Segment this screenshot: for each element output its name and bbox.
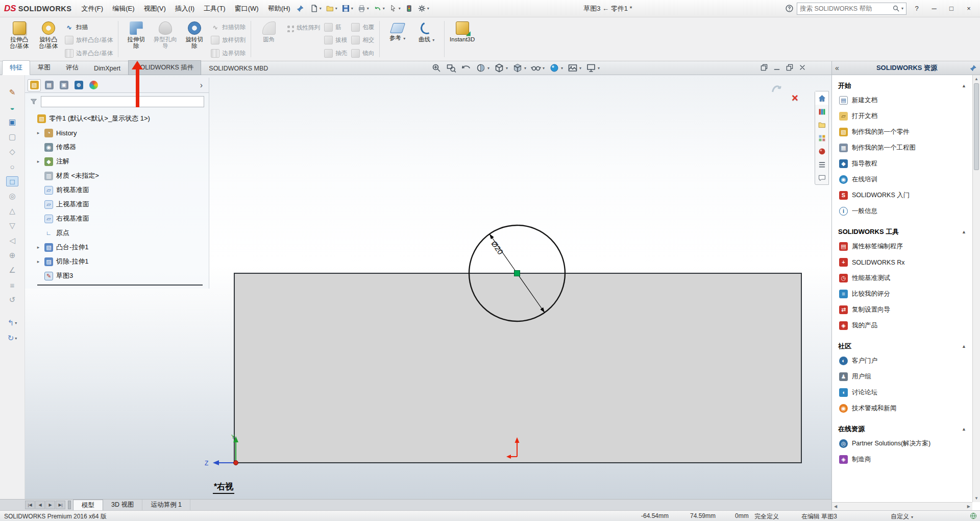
dropdown-caret-icon[interactable]: ▾ <box>335 6 337 11</box>
ribbon-tab-5[interactable]: SOLIDWORKS MBD <box>201 62 276 75</box>
configurationmanager-tab[interactable]: ▣ <box>57 79 70 91</box>
tree-item[interactable]: ▥材质 <未指定> <box>28 169 209 183</box>
custom-properties-tab[interactable] <box>815 158 828 171</box>
property-tab-builder-item[interactable]: ▤属性标签编制程序 <box>837 239 967 254</box>
dropdown-caret-icon[interactable]: ▾ <box>15 336 17 341</box>
dropdown-caret-icon[interactable]: ▾ <box>598 66 600 70</box>
zoom-area-button[interactable] <box>445 62 457 74</box>
section-view-button[interactable]: ▾ <box>475 62 491 74</box>
performance-benchmark-item[interactable]: ◷性能基准测试 <box>837 270 967 286</box>
dropdown-caret-icon[interactable]: ▾ <box>506 66 508 70</box>
left-tool-3[interactable]: ▣ <box>6 117 18 127</box>
minimize-document-button[interactable] <box>773 63 781 73</box>
tech-alerts-news-item[interactable]: ◉技术警戒和新闻 <box>837 400 967 416</box>
ribbon-tab-1[interactable]: 草图 <box>30 60 58 75</box>
left-tool-11[interactable]: ◁ <box>6 235 18 246</box>
solidworks-resources-tab[interactable] <box>815 91 828 105</box>
collapse-section-icon[interactable]: ▲ <box>962 427 966 432</box>
tree-item[interactable]: ▸◆注解 <box>28 154 209 169</box>
menu-item-3[interactable]: 插入(I) <box>170 2 199 15</box>
maximize-button[interactable]: □ <box>944 5 959 12</box>
collapse-panel-icon[interactable]: « <box>835 64 844 72</box>
expand-panel-icon[interactable]: › <box>197 81 206 90</box>
solidworks-intro-item[interactable]: SSOLIDWORKS 入门 <box>837 187 967 203</box>
partner-solutions-item[interactable]: ◎Partner Solutions(解决方案) <box>837 436 967 452</box>
dropdown-caret-icon[interactable]: ▾ <box>351 6 353 11</box>
collapse-section-icon[interactable]: ▲ <box>962 344 966 349</box>
extruded-boss-base-button[interactable]: 拉伸凸 台/基体 <box>5 19 34 59</box>
extruded-cut-button[interactable]: 拉伸切 除 <box>121 19 151 59</box>
manufacturers-item[interactable]: ◈制造商 <box>837 452 967 467</box>
ribbon-tab-2[interactable]: 评估 <box>58 60 86 75</box>
instant3d-button[interactable]: Instant3D <box>448 19 477 59</box>
menu-item-4[interactable]: 工具(T) <box>199 2 230 15</box>
open-document-button[interactable]: ▾ <box>324 3 339 14</box>
section-header-0[interactable]: 开始▲ <box>837 79 967 92</box>
options-button[interactable]: ▾ <box>416 3 431 14</box>
swept-boss-button[interactable]: 扫描 <box>63 22 115 33</box>
dropdown-caret-icon[interactable]: ▾ <box>399 6 401 11</box>
open-document-item[interactable]: ▱打开文档 <box>837 108 967 124</box>
tree-item[interactable]: ▧零件1 (默认<<默认>_显示状态 1>) <box>28 111 209 126</box>
section-header-1[interactable]: SOLIDWORKS 工具▲ <box>837 225 967 239</box>
search-caret-icon[interactable]: ▾ <box>901 6 903 11</box>
task-pane-scrollbar[interactable]: ▲ ▼ <box>972 75 980 502</box>
menu-item-0[interactable]: 文件(F) <box>77 2 108 15</box>
sketch-center-point[interactable] <box>514 271 520 276</box>
units-selector[interactable]: 自定义 <box>891 512 913 521</box>
dropdown-caret-icon[interactable]: ▾ <box>427 6 429 11</box>
select-button[interactable]: ▾ <box>387 3 402 14</box>
left-tool-8[interactable]: ◎ <box>6 191 18 201</box>
print-button[interactable]: ▾ <box>356 3 371 14</box>
globe-icon[interactable] <box>969 512 977 520</box>
task-pane-hscrollbar[interactable]: ◀ ▶ <box>832 502 972 510</box>
dropdown-caret-icon[interactable]: ▾ <box>367 6 369 11</box>
tree-item[interactable]: ✎草图3 <box>28 269 209 283</box>
ribbon-tab-3[interactable]: DimXpert <box>86 62 128 75</box>
menu-item-5[interactable]: 窗口(W) <box>230 2 263 15</box>
expand-arrow-icon[interactable]: ▸ <box>35 159 41 164</box>
propertymanager-tab[interactable]: ▦ <box>42 79 56 91</box>
dropdown-caret-icon[interactable]: ▾ <box>524 66 526 70</box>
view-settings-button[interactable]: ▾ <box>585 62 601 74</box>
compare-score-item[interactable]: ≡比较我的评分 <box>837 286 967 302</box>
zoom-fit-button[interactable] <box>430 62 443 74</box>
menu-item-2[interactable]: 视图(V) <box>139 2 170 15</box>
copy-settings-wizard-item[interactable]: ⇄复制设置向导 <box>837 302 967 318</box>
tutorials-item[interactable]: ◆指导教程 <box>837 156 967 172</box>
part-body[interactable] <box>234 273 801 463</box>
left-flyout-1[interactable]: ↰▾ <box>6 318 18 328</box>
solidworks-rx-item[interactable]: +SOLIDWORKS Rx <box>837 254 967 270</box>
ribbon-tab-4[interactable]: SOLIDWORKS 插件 <box>128 60 201 75</box>
tree-item[interactable]: ▱上视基准面 <box>28 197 209 211</box>
left-tool-5[interactable]: ◇ <box>6 147 18 157</box>
tree-item[interactable]: ▸◔History <box>28 126 209 140</box>
dropdown-caret-icon[interactable]: ▾ <box>487 66 489 70</box>
left-tool-12[interactable]: ⊕ <box>6 250 18 260</box>
search-input[interactable] <box>800 5 891 12</box>
new-window-button[interactable] <box>760 63 768 73</box>
left-tool-7[interactable]: □ <box>6 176 18 186</box>
left-tool-15[interactable]: ↺ <box>6 295 18 305</box>
model-tab-1[interactable]: 3D 视图 <box>103 500 142 510</box>
tree-item[interactable]: ◉传感器 <box>28 140 209 154</box>
hide-show-items-button[interactable]: ▾ <box>530 62 546 74</box>
scroll-right-icon[interactable]: ▶ <box>967 504 970 509</box>
rollback-bar[interactable] <box>37 285 203 286</box>
model-tab-2[interactable]: 运动算例 1 <box>142 500 190 510</box>
left-tool-6[interactable]: ○ <box>6 161 18 172</box>
left-tool-10[interactable]: ▽ <box>6 221 18 231</box>
pin-menu-icon[interactable] <box>296 5 304 13</box>
curves-button[interactable]: 曲线 ▾ <box>412 19 441 59</box>
expand-arrow-icon[interactable]: ▸ <box>35 245 41 250</box>
dropdown-caret-icon[interactable]: ▾ <box>320 6 322 11</box>
customer-portal-item[interactable]: ◐客户门户 <box>837 353 967 369</box>
dropdown-caret-icon[interactable]: ▾ <box>15 321 17 325</box>
scroll-down-icon[interactable]: ▼ <box>973 496 980 501</box>
section-header-3[interactable]: 在线资源▲ <box>837 422 967 436</box>
dropdown-caret-icon[interactable]: ▾ <box>579 66 581 70</box>
view-palette-tab[interactable] <box>815 131 828 145</box>
file-explorer-tab[interactable] <box>815 118 828 131</box>
scrollbar-thumb[interactable] <box>974 83 979 170</box>
tab-splitter[interactable] <box>68 501 71 509</box>
